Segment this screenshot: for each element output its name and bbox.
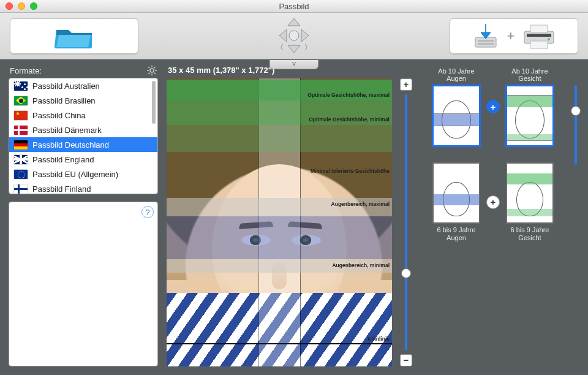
formats-scrollbar[interactable] <box>151 80 156 192</box>
zoom-slider: + − <box>399 78 413 366</box>
window-controls <box>6 2 37 10</box>
guide-label: Optimale Gesichtshöhe, minimal <box>309 116 390 123</box>
list-item-label: Passbild China <box>32 111 86 120</box>
template-child-face[interactable] <box>506 162 554 224</box>
plus-label: + <box>507 28 515 44</box>
svg-marker-3 <box>301 29 309 42</box>
template-slider-knob[interactable] <box>571 106 581 116</box>
list-item[interactable]: Passbild Deutschland <box>9 137 157 152</box>
nav-arrows-icon <box>270 17 318 54</box>
template-label: Ab 10 JahreGesicht <box>511 67 548 83</box>
center-column: 35 x 45 mm (1,378" x 1,772") Optimale Ge… <box>167 66 421 366</box>
list-item-label: Passbild Brasilien <box>32 96 96 105</box>
fullscreen-button[interactable] <box>30 2 37 10</box>
svg-rect-11 <box>527 34 551 37</box>
template-label: 6 bis 9 JahreGesicht <box>511 226 549 241</box>
formats-list[interactable]: Passbild Australien Passbild Brasilien P… <box>9 78 158 194</box>
template-slider[interactable] <box>571 85 581 165</box>
template-pair-adult: Ab 10 JahreAugen + Ab 10 JahreGesicht <box>430 67 579 146</box>
list-item-label: Passbild EU (Allgemein) <box>32 170 118 179</box>
list-item-label: Passbild England <box>32 155 94 164</box>
list-item[interactable]: Passbild Finland <box>9 181 157 194</box>
save-icon <box>472 23 500 50</box>
svg-rect-7 <box>478 43 494 45</box>
zoom-knob[interactable] <box>401 268 411 278</box>
svg-point-4 <box>289 31 299 40</box>
svg-rect-10 <box>530 41 548 48</box>
svg-line-20 <box>154 67 156 68</box>
flag-icon <box>14 170 28 179</box>
minimize-button[interactable] <box>18 2 25 10</box>
right-column: Ab 10 JahreAugen + Ab 10 JahreGesicht <box>430 66 579 366</box>
list-item-label: Passbild Deutschland <box>32 140 109 150</box>
titlebar: Passbild <box>0 0 588 13</box>
guide-chin-line <box>167 343 392 344</box>
guide-label: Augenbereich, maximal <box>331 201 390 207</box>
scrollbar-thumb[interactable] <box>152 81 156 124</box>
template-label: Ab 10 JahreAugen <box>438 67 474 83</box>
svg-point-13 <box>150 69 154 72</box>
template-adult-face[interactable] <box>506 85 554 146</box>
window-title: Passbild <box>0 2 588 11</box>
svg-rect-9 <box>530 25 548 32</box>
guide-label: Optimale Gesichtshöhe, maximal <box>307 92 390 98</box>
main-area: Formate: Passbild Australien Passbild Br… <box>0 59 588 375</box>
flag-icon <box>14 140 28 150</box>
guide-eye-zone <box>167 216 392 259</box>
guide-label: Minimal tolerierte Gesichtshöhe <box>311 168 390 174</box>
guide-face-tol <box>167 125 392 152</box>
toolbar: V + <box>0 13 588 59</box>
template-adult-eyes[interactable] <box>432 85 480 146</box>
flag-icon <box>14 155 28 164</box>
photo-area: Optimale Gesichtshöhe, maximal Optimale … <box>167 78 421 366</box>
svg-line-19 <box>154 73 156 74</box>
combine-button[interactable]: + <box>486 100 500 113</box>
template-child-eyes[interactable] <box>432 162 480 224</box>
guide-label: Augenbereich, minimal <box>332 262 390 268</box>
list-item[interactable]: Passbild Brasilien <box>9 93 157 108</box>
list-item-label: Passbild Australien <box>32 81 100 91</box>
svg-marker-0 <box>288 18 300 26</box>
svg-marker-1 <box>288 45 300 53</box>
list-item[interactable]: Passbild EU (Allgemein) <box>9 167 157 181</box>
formats-header: Formate: <box>9 66 158 78</box>
list-item[interactable]: Passbild Australien <box>9 78 157 93</box>
output-preview-panel: ? <box>9 202 158 366</box>
list-item-label: Passbild Dänemark <box>32 126 102 135</box>
printer-icon <box>522 23 556 50</box>
template-pair-child: 6 bis 9 JahreAugen + 6 bis 9 JahreGesich… <box>430 162 579 241</box>
flag-icon <box>14 96 28 105</box>
folder-icon <box>53 23 96 50</box>
formats-title: Formate: <box>10 66 42 75</box>
flag-icon <box>14 111 28 120</box>
flag-icon <box>14 126 28 135</box>
open-folder-button[interactable] <box>10 18 138 54</box>
template-label: 6 bis 9 JahreAugen <box>437 226 476 241</box>
svg-marker-2 <box>279 29 287 42</box>
svg-line-21 <box>148 73 149 74</box>
list-item[interactable]: Passbild Dänemark <box>9 123 157 137</box>
flag-icon <box>14 184 28 194</box>
adjust-position-button[interactable] <box>260 17 328 55</box>
gear-icon[interactable] <box>147 66 157 75</box>
combine-button[interactable]: + <box>486 195 500 209</box>
zoom-out-button[interactable]: − <box>400 354 412 366</box>
guide-label: Kinnlinie <box>368 336 390 342</box>
svg-line-18 <box>148 67 149 68</box>
app-window: Passbild <box>0 0 588 375</box>
zoom-in-button[interactable]: + <box>400 78 412 91</box>
save-and-print-button[interactable]: + <box>450 18 578 54</box>
expand-toolbar-tab[interactable]: V <box>270 60 318 69</box>
passport-photo[interactable]: Optimale Gesichtshöhe, maximal Optimale … <box>167 78 392 366</box>
zoom-track[interactable] <box>405 94 407 350</box>
svg-rect-6 <box>478 40 494 42</box>
help-button[interactable]: ? <box>141 206 154 218</box>
left-column: Formate: Passbild Australien Passbild Br… <box>9 66 158 366</box>
list-item-label: Passbild Finland <box>32 184 91 194</box>
svg-point-12 <box>548 38 550 40</box>
close-button[interactable] <box>6 2 13 10</box>
list-item[interactable]: Passbild England <box>9 152 157 167</box>
flag-icon <box>14 81 28 91</box>
list-item[interactable]: Passbild China <box>9 108 157 123</box>
